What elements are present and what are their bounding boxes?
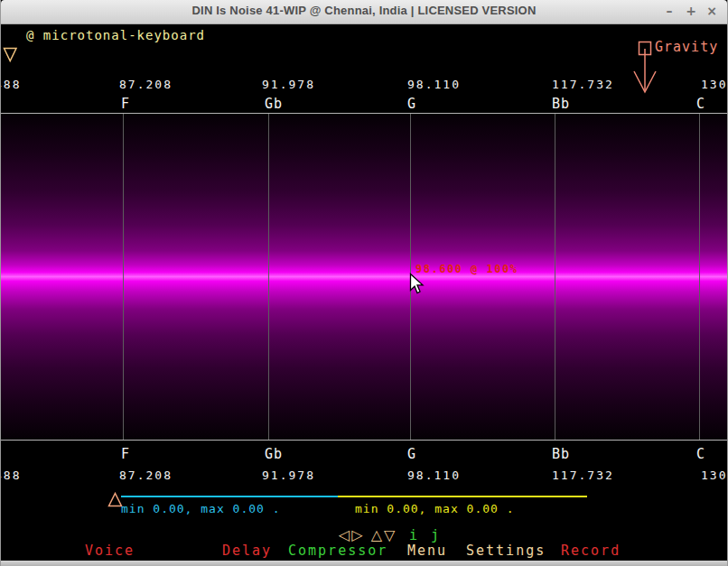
freq-label-bottom: 98.110 [407,469,461,482]
band-bottom-border [1,440,728,441]
freq-label-bottom: 91.978 [262,469,315,482]
note-label-bottom: C [696,446,705,462]
menu-item-record[interactable]: Record [561,543,621,559]
minimize-button[interactable]: – [660,2,678,20]
note-label-bottom: F [121,446,130,462]
titlebar[interactable]: DIN Is Noise 41-WIP @ Chennai, India | L… [1,0,727,24]
note-label-top: G [407,96,416,112]
range-readout-left: min 0.00, max 0.00 . [121,502,281,515]
freq-label-top: 98.110 [407,78,461,91]
gravity-label: Gravity [655,39,718,55]
instrument-title: @ microtonal-keyboard [26,28,205,42]
note-label-top: Bb [552,96,570,112]
window-bottom-border [1,561,727,566]
range-line-right[interactable] [338,496,587,497]
menu-item-delay[interactable]: Delay [222,543,272,559]
menu-item-settings[interactable]: Settings [466,543,546,559]
close-button[interactable]: × [703,2,721,20]
freq-label-top: 117.732 [552,78,614,91]
note-label-top: F [121,96,130,112]
freq-label-top: 91.978 [262,78,315,91]
range-line-left[interactable] [121,496,338,497]
cursor-frequency-readout: 98.600 @ 100% [415,263,518,275]
note-gridline [555,114,555,440]
note-gridline [699,114,700,440]
freq-label-top: 130.8 [701,78,728,91]
note-label-bottom: Bb [552,446,570,462]
freq-label-bottom: 117.732 [552,469,614,482]
range-readout-right: min 0.00, max 0.00 . [355,502,515,515]
note-label-bottom: G [407,446,416,462]
maximize-button[interactable]: + [682,2,700,20]
mouse-cursor-icon [409,273,425,295]
note-gridline [123,114,124,440]
window-title: DIN Is Noise 41-WIP @ Chennai, India | L… [1,4,727,17]
freq-label-edge-bottom: 488 [0,469,21,482]
freq-label-edge-top: 488 [0,78,21,91]
nav-arrows-icon[interactable]: ◁▷ △▽ [339,526,397,543]
note-gridline [268,114,269,440]
menu-item-voice[interactable]: Voice [85,543,135,559]
note-label-top: C [696,96,705,112]
nav-ij-keys[interactable]: i j [409,527,442,543]
menu-item-compressor[interactable]: Compressor [288,543,387,559]
range-left-handle-icon[interactable] [3,47,18,63]
freq-label-top: 87.208 [119,78,173,91]
menu-item-menu[interactable]: Menu [407,543,447,559]
note-label-bottom: Gb [265,446,283,462]
din-is-noise-window: DIN Is Noise 41-WIP @ Chennai, India | L… [0,0,728,566]
freq-label-bottom: 130.8 [701,469,728,482]
note-label-top: Gb [265,96,283,112]
microtonal-keyboard-surface[interactable] [1,114,728,440]
freq-label-bottom: 87.208 [119,469,173,482]
